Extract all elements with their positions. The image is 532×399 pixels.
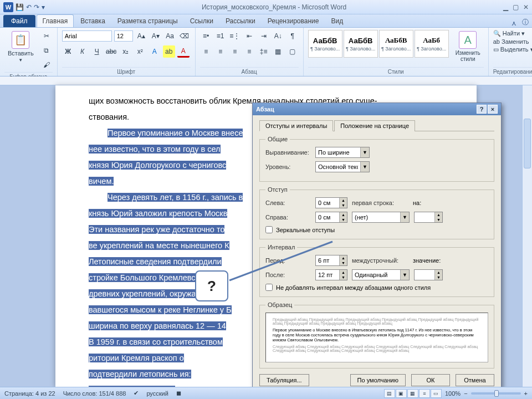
style-item[interactable]: АаБбВ¶ Заголово... xyxy=(308,30,342,58)
italic-icon[interactable]: К xyxy=(76,45,89,58)
tab-home[interactable]: Главная xyxy=(37,14,74,27)
style-item[interactable]: АаБбВ¶ Заголово... xyxy=(344,30,378,58)
line-spacing-icon[interactable]: ‡≡ xyxy=(258,45,270,58)
font-size-combo[interactable] xyxy=(114,30,133,42)
justify-icon[interactable]: ≡ xyxy=(243,45,255,58)
format-painter-icon[interactable]: 🖌 xyxy=(40,59,53,71)
dialog-close-icon[interactable]: × xyxy=(488,105,498,114)
numbering-icon[interactable]: ≡1 xyxy=(214,30,227,42)
strike-icon[interactable]: abc xyxy=(105,45,117,58)
replace-button[interactable]: ab Заменить xyxy=(493,38,532,45)
shrink-font-icon[interactable]: A▾ xyxy=(150,30,162,42)
align-right-icon[interactable]: ≡ xyxy=(229,45,241,58)
horizontal-ruler[interactable] xyxy=(0,76,532,85)
tab-view[interactable]: Вид xyxy=(325,15,349,27)
help-icon[interactable]: ⓘ xyxy=(522,18,529,27)
styles-gallery[interactable]: АаБбВ¶ Заголово... АаБбВ¶ Заголово... Аа… xyxy=(308,30,449,58)
superscript-icon[interactable]: x² xyxy=(134,45,146,58)
sort-icon[interactable]: A↓ xyxy=(272,30,284,42)
file-tab[interactable]: Файл xyxy=(3,15,35,27)
cut-icon[interactable]: ✂ xyxy=(40,30,53,42)
style-item[interactable]: АаБбВ¶ Заголово... xyxy=(379,30,413,58)
maximize-icon[interactable]: ▢ xyxy=(513,3,519,11)
status-bar: Страница: 4 из 22 Число слов: 151/4 888 … xyxy=(0,387,532,399)
tab-indents[interactable]: Отступы и интервалы xyxy=(259,120,333,131)
undo-icon[interactable]: ↶ xyxy=(26,3,32,11)
font-color-icon[interactable]: A xyxy=(177,45,190,58)
indent-by-spinner[interactable]: ▲▼ xyxy=(414,212,443,223)
line-spacing-combo[interactable]: ▼ xyxy=(352,269,410,280)
redo-icon[interactable]: ↷ xyxy=(34,3,39,11)
ribbon-minimize-icon[interactable]: ⋏ xyxy=(511,19,516,27)
outline-view-icon[interactable]: ≡ xyxy=(419,389,430,398)
callout-annotation: ? xyxy=(195,270,228,301)
fieldset-preview: Образец Предыдущий абзац Предыдущий абза… xyxy=(259,301,494,369)
fieldset-general: Общие Выравнивание: ▼ Уровень: ▼ xyxy=(259,136,494,182)
shading-icon[interactable]: ▦ xyxy=(272,45,284,58)
dialog-help-icon[interactable]: ? xyxy=(477,105,487,114)
alignment-combo[interactable]: ▼ xyxy=(315,147,370,158)
align-left-icon[interactable]: ≡ xyxy=(200,45,212,58)
text-effects-icon[interactable]: A xyxy=(149,45,161,58)
indent-left-spinner[interactable]: ▲▼ xyxy=(315,197,347,208)
scrollbar-thumb[interactable] xyxy=(524,119,531,168)
tab-insert[interactable]: Вставка xyxy=(75,15,111,27)
multilevel-icon[interactable]: ≡⋮ xyxy=(229,30,241,42)
paste-icon: 📋 xyxy=(12,31,29,49)
style-item[interactable]: АаБб¶ Заголово... xyxy=(415,30,449,58)
tab-references[interactable]: Ссылки xyxy=(185,15,219,27)
minimize-icon[interactable]: ▁ xyxy=(503,3,508,11)
select-button[interactable]: ▭ Выделить ▾ xyxy=(493,46,532,53)
decrease-indent-icon[interactable]: ⇤ xyxy=(243,30,255,42)
align-center-icon[interactable]: ≡ xyxy=(214,45,227,58)
select-icon: ▭ xyxy=(493,46,500,53)
vertical-scrollbar[interactable] xyxy=(522,85,532,387)
font-name-combo[interactable] xyxy=(62,30,112,42)
bullets-icon[interactable]: ≡• xyxy=(200,30,212,42)
tab-mailings[interactable]: Рассылки xyxy=(220,15,261,27)
indent-right-spinner[interactable]: ▲▼ xyxy=(315,212,347,223)
tab-review[interactable]: Рецензирование xyxy=(262,15,325,27)
change-case-icon[interactable]: Aa xyxy=(164,30,176,42)
increase-indent-icon[interactable]: ⇥ xyxy=(258,30,270,42)
default-button[interactable]: По умолчанию xyxy=(350,374,406,386)
spacing-at-spinner[interactable]: ▲▼ xyxy=(414,269,443,280)
proofing-icon[interactable]: ✔ xyxy=(134,390,139,397)
macro-record-icon[interactable]: ◼ xyxy=(176,390,181,397)
page-indicator[interactable]: Страница: 4 из 22 xyxy=(4,390,55,397)
underline-icon[interactable]: Ч xyxy=(91,45,103,58)
full-screen-view-icon[interactable]: ▣ xyxy=(396,389,407,398)
highlight-icon[interactable]: ab xyxy=(163,45,175,58)
mirror-indents-checkbox[interactable]: Зеркальные отступы xyxy=(265,226,488,233)
close-icon[interactable]: ✕ xyxy=(523,3,529,11)
tab-line-breaks[interactable]: Положение на странице xyxy=(334,120,415,131)
paste-button[interactable]: 📋 Вставить ▼ xyxy=(4,30,37,64)
tab-page-layout[interactable]: Разметка страницы xyxy=(112,15,183,27)
show-marks-icon[interactable]: ¶ xyxy=(287,30,299,42)
grow-font-icon[interactable]: A▴ xyxy=(135,30,147,42)
web-layout-view-icon[interactable]: ▦ xyxy=(407,389,418,398)
bold-icon[interactable]: Ж xyxy=(62,45,74,58)
copy-icon[interactable]: ⧉ xyxy=(40,44,53,57)
language-indicator[interactable]: русский xyxy=(146,390,168,397)
dialog-title-bar[interactable]: Абзац ? × xyxy=(253,103,501,115)
zoom-out-icon[interactable]: − xyxy=(464,390,467,397)
draft-view-icon[interactable]: ▭ xyxy=(431,389,442,398)
zoom-slider[interactable] xyxy=(471,392,521,395)
subscript-icon[interactable]: x₂ xyxy=(120,45,132,58)
change-styles-button[interactable]: A Изменить стили xyxy=(452,30,484,63)
borders-icon[interactable]: ▢ xyxy=(287,45,299,58)
find-button[interactable]: 🔍 Найти ▾ xyxy=(493,30,532,37)
cancel-button[interactable]: Отмена xyxy=(456,374,494,386)
zoom-in-icon[interactable]: + xyxy=(524,390,528,397)
no-space-same-style-checkbox[interactable]: Не добавлять интервал между абзацами одн… xyxy=(265,284,488,291)
clear-formatting-icon[interactable]: ⌫ xyxy=(178,30,191,42)
outline-level-combo[interactable]: ▼ xyxy=(315,161,370,172)
ok-button[interactable]: ОК xyxy=(411,374,450,386)
word-count[interactable]: Число слов: 151/4 888 xyxy=(63,390,126,397)
save-icon[interactable]: 💾 xyxy=(16,3,24,11)
special-indent-combo[interactable]: ▼ xyxy=(352,212,410,223)
print-layout-view-icon[interactable]: ▤ xyxy=(384,389,395,398)
tabs-button[interactable]: Табуляция... xyxy=(259,374,309,386)
zoom-value[interactable]: 100% xyxy=(445,390,461,397)
